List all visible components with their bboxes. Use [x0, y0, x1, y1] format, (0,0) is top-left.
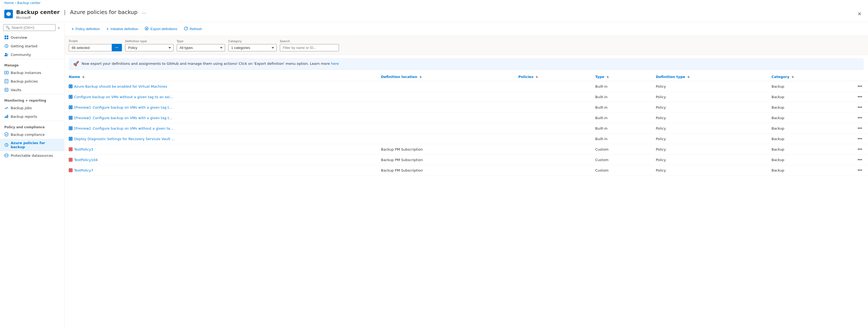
- definition-type-select[interactable]: Policy Initiative: [125, 44, 174, 51]
- cell-actions-7: •••: [851, 155, 868, 165]
- cell-policies-7: [514, 155, 591, 165]
- sidebar-item-backup-reports-label: Backup reports: [11, 114, 37, 118]
- row-more-button-0[interactable]: •••: [856, 83, 864, 89]
- table-area: Name ⇅ Definition location ⇅ Policies ⇅: [64, 73, 868, 175]
- policy-icon-6: [69, 147, 72, 151]
- export-definitions-button[interactable]: Export definitions: [142, 25, 180, 33]
- row-more-button-2[interactable]: •••: [856, 104, 864, 110]
- col-definition-type[interactable]: Definition type ⇅: [652, 73, 767, 81]
- cell-category-0: Backup: [767, 81, 851, 92]
- sidebar-item-backup-reports[interactable]: Backup reports: [0, 112, 64, 121]
- cell-type-1: Built-in: [591, 92, 652, 102]
- policy-link-7[interactable]: TestPolicy104: [69, 158, 372, 162]
- sort-icon-def-loc: ⇅: [420, 76, 422, 79]
- policy-link-0[interactable]: Azure Backup should be enabled for Virtu…: [69, 84, 372, 88]
- policy-link-6[interactable]: TestPolicy3: [69, 147, 372, 152]
- sidebar-section-monitoring: Monitoring + reporting Backup jobs Backu…: [0, 94, 64, 121]
- row-more-button-3[interactable]: •••: [856, 115, 864, 121]
- col-policies[interactable]: Policies ⇅: [514, 73, 591, 81]
- cell-category-7: Backup: [767, 155, 851, 165]
- cell-actions-3: •••: [851, 113, 868, 123]
- policy-definition-button[interactable]: + Policy definition: [69, 25, 102, 33]
- cell-def-type-8: Policy: [652, 165, 767, 175]
- sidebar-item-getting-started-label: Getting started: [11, 44, 37, 48]
- refresh-button[interactable]: Refresh: [181, 25, 205, 33]
- more-options-button[interactable]: ...: [140, 8, 148, 16]
- policy-link-4[interactable]: [Preview]: Configure backup on VMs witho…: [69, 127, 372, 130]
- row-more-button-1[interactable]: •••: [856, 94, 864, 100]
- row-more-button-4[interactable]: •••: [856, 125, 864, 131]
- cell-actions-4: •••: [851, 123, 868, 134]
- backup-instances-icon: [4, 71, 9, 75]
- policy-icon-2: [69, 105, 72, 109]
- initiative-definition-button[interactable]: + Initiative definition: [104, 25, 141, 33]
- sidebar-item-backup-instances[interactable]: Backup instances: [0, 68, 64, 77]
- collapse-button[interactable]: «: [57, 25, 61, 31]
- row-more-button-8[interactable]: •••: [856, 167, 864, 173]
- policy-link-5[interactable]: Deploy Diagnostic Settings for Recovery …: [69, 137, 372, 141]
- backup-compliance-icon: [4, 132, 9, 137]
- search-icon: 🔍: [6, 26, 10, 30]
- col-definition-location[interactable]: Definition location ⇅: [376, 73, 514, 81]
- info-banner-link[interactable]: here: [331, 61, 339, 65]
- backup-policies-icon: [4, 79, 9, 83]
- cell-category-5: Backup: [767, 134, 851, 144]
- policy-icon-4: [69, 127, 72, 130]
- col-type[interactable]: Type ⇅: [591, 73, 652, 81]
- row-more-button-6[interactable]: •••: [856, 146, 864, 152]
- cell-name-8: TestPolicy7: [64, 165, 376, 175]
- policy-link-3[interactable]: [Preview]: Configure backup on VMs with …: [69, 116, 372, 120]
- col-name[interactable]: Name ⇅: [64, 73, 376, 81]
- cell-def-loc-7: Backup PM Subscription: [376, 155, 514, 165]
- cell-category-1: Backup: [767, 92, 851, 102]
- row-more-button-5[interactable]: •••: [856, 136, 864, 142]
- sidebar-item-community-label: Community: [11, 53, 31, 57]
- sidebar-item-vaults[interactable]: Vaults: [0, 85, 64, 94]
- cell-category-6: Backup: [767, 144, 851, 155]
- cell-policies-2: [514, 102, 591, 113]
- sidebar-item-overview[interactable]: Overview: [0, 33, 64, 42]
- cell-type-7: Custom: [591, 155, 652, 165]
- col-actions: [851, 73, 868, 81]
- cell-name-3: [Preview]: Configure backup on VMs with …: [64, 113, 376, 123]
- sidebar-item-backup-compliance[interactable]: Backup compliance: [0, 130, 64, 139]
- svg-rect-18: [69, 96, 72, 98]
- svg-rect-13: [7, 115, 8, 118]
- policy-link-8[interactable]: TestPolicy7: [69, 168, 372, 172]
- cell-actions-2: •••: [851, 102, 868, 113]
- sidebar-item-backup-policies[interactable]: Backup policies: [0, 77, 64, 85]
- policy-definition-label: Policy definition: [75, 27, 100, 31]
- policy-link-1[interactable]: Configure backup on VMs without a given …: [69, 95, 372, 99]
- col-category[interactable]: Category ⇅: [767, 73, 851, 81]
- policy-icon-1: [69, 95, 72, 99]
- breadcrumb-current[interactable]: Backup center: [17, 1, 40, 5]
- breadcrumb-home[interactable]: Home: [4, 1, 14, 5]
- scope-input[interactable]: [69, 44, 112, 51]
- sidebar-item-azure-policies[interactable]: Azure policies for backup: [0, 139, 64, 151]
- cell-policies-0: [514, 81, 591, 92]
- title-text: Backup center | Azure policies for backu…: [16, 8, 148, 20]
- row-more-button-7[interactable]: •••: [856, 157, 864, 163]
- svg-rect-11: [5, 116, 6, 118]
- type-select[interactable]: All types Built-in Custom: [177, 44, 225, 51]
- sidebar-item-getting-started[interactable]: Getting started: [0, 42, 64, 50]
- cell-actions-1: •••: [851, 92, 868, 102]
- category-select[interactable]: 1 categories Backup: [228, 44, 277, 51]
- cell-category-2: Backup: [767, 102, 851, 113]
- search-input[interactable]: [11, 26, 53, 30]
- policy-link-2[interactable]: [Preview]: Configure backup on VMs with …: [69, 105, 372, 109]
- sidebar-item-vaults-label: Vaults: [11, 88, 22, 92]
- sidebar-section-policy: Policy and compliance Backup compliance …: [0, 121, 64, 160]
- sidebar-item-community[interactable]: Community: [0, 50, 64, 59]
- sidebar-item-protectable-datasources[interactable]: Protectable datasources: [0, 151, 64, 160]
- info-banner-icon: 🚀: [73, 61, 79, 66]
- filter-search-input[interactable]: [280, 44, 339, 51]
- scope-picker-button[interactable]: ···: [112, 44, 122, 51]
- sort-icon-name: ⇅: [83, 76, 85, 79]
- getting-started-icon: [4, 44, 9, 48]
- type-label: Type: [177, 39, 225, 43]
- sidebar-item-backup-jobs[interactable]: Backup jobs: [0, 104, 64, 112]
- close-button[interactable]: ✕: [856, 10, 864, 18]
- title-left: Backup center | Azure policies for backu…: [4, 8, 148, 20]
- cell-policies-6: [514, 144, 591, 155]
